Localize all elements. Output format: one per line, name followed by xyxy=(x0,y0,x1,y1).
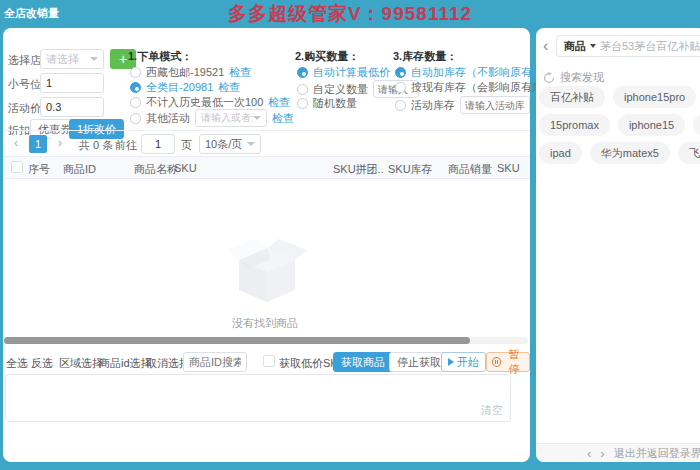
browser-panel: ‹ 商品 茅台53茅台百亿补贴 搜索发现 百亿补贴 iphone15pro 茅台… xyxy=(536,28,700,462)
divider xyxy=(3,130,530,131)
select-all-checkbox[interactable] xyxy=(11,161,23,173)
search-tag[interactable]: 百亿补贴 xyxy=(539,86,605,108)
buy-qty-option-3[interactable]: 随机数量 xyxy=(297,96,357,111)
check-link[interactable]: 检查 xyxy=(229,65,251,80)
search-discover-row: 搜索发现 xyxy=(543,70,604,85)
chevron-down-icon xyxy=(90,57,98,61)
select-placeholder: 请输入或者选择 xyxy=(201,111,253,125)
search-query[interactable]: 茅台53茅台百亿补贴 xyxy=(600,39,700,54)
log-area[interactable]: 清空 xyxy=(5,374,511,422)
pagination-page-unit: 页 xyxy=(181,138,192,153)
other-activity-select[interactable]: 请输入或者选择 xyxy=(195,109,267,127)
repricing-button[interactable]: 1折改价 xyxy=(69,119,124,139)
refresh-icon[interactable] xyxy=(543,72,555,84)
pause-icon xyxy=(492,357,501,367)
empty-box-icon xyxy=(225,226,309,310)
pause-button[interactable]: 暂停 xyxy=(486,352,530,372)
app-title: 全店改销量 xyxy=(4,6,59,21)
check-link[interactable]: 检查 xyxy=(272,111,294,126)
radio-selected-icon[interactable] xyxy=(395,67,406,78)
search-bar[interactable]: 商品 茅台53茅台百亿补贴 xyxy=(556,35,700,57)
column-header: 商品ID xyxy=(63,162,96,177)
chevron-down-icon xyxy=(253,116,261,120)
buy-qty-title: 2.购买数量： xyxy=(295,49,359,64)
column-header: 商品销量 xyxy=(448,162,492,177)
pagination-prev-button[interactable]: ‹ xyxy=(7,135,25,153)
exit-link[interactable]: 退出并返回登录界面 xyxy=(614,446,700,461)
discover-label: 搜索发现 xyxy=(560,70,604,85)
low-price-sku-checkbox[interactable] xyxy=(263,355,275,367)
check-link[interactable]: 检查 xyxy=(218,80,240,95)
horizontal-scrollbar-thumb[interactable] xyxy=(4,337,470,344)
search-tag[interactable]: 15promax xyxy=(539,114,610,136)
search-tag[interactable]: 华为matex5 xyxy=(590,142,670,164)
id-select-link[interactable]: 商品id选择 xyxy=(99,356,152,371)
position-input[interactable] xyxy=(40,73,104,93)
radio-icon[interactable] xyxy=(395,100,406,111)
pagination-goto-label: 前往 xyxy=(115,138,137,153)
column-header: 序号 xyxy=(28,162,50,177)
search-tag[interactable]: 飞天茅台 xyxy=(678,142,700,164)
radio-selected-icon[interactable] xyxy=(297,67,308,78)
chevron-down-icon xyxy=(590,44,596,48)
option-label: 西藏包邮-19521 xyxy=(146,65,224,80)
order-mode-option-3[interactable]: 不计入历史最低一次100 检查 xyxy=(130,95,290,110)
fetch-products-button[interactable]: 获取商品 xyxy=(333,352,393,372)
invert-select-link[interactable]: 反选 xyxy=(31,356,53,371)
nav-forward-icon[interactable]: › xyxy=(600,446,604,461)
column-header: SKU xyxy=(497,162,520,174)
radio-icon[interactable] xyxy=(297,84,308,95)
table-header: 序号 商品ID 商品名称 SKU SKU拼团.. SKU库存 商品销量 SKU xyxy=(3,156,530,179)
price-input[interactable] xyxy=(40,97,104,117)
radio-icon[interactable] xyxy=(395,82,406,93)
empty-text: 没有找到商品 xyxy=(185,316,345,331)
column-header: SKU xyxy=(174,162,197,174)
column-header: 商品名称 xyxy=(134,162,178,177)
order-mode-option-4[interactable]: 其他活动 请输入或者选择 检查 xyxy=(130,109,294,127)
option-label: 自定义数量 xyxy=(313,82,368,97)
option-label: 全类目-20981 xyxy=(146,80,213,95)
activity-stock-input[interactable] xyxy=(460,96,530,114)
search-tag[interactable]: iphone15 xyxy=(618,114,685,136)
search-tag[interactable]: 空调 xyxy=(693,114,700,136)
radio-selected-icon[interactable] xyxy=(130,82,141,93)
buy-qty-option-1[interactable]: 自动计算最低价 xyxy=(297,65,390,80)
start-label: 开始 xyxy=(457,355,479,370)
play-icon xyxy=(448,358,454,366)
clear-log-link[interactable]: 清空 xyxy=(481,403,503,418)
horizontal-scrollbar-track[interactable] xyxy=(4,337,528,344)
page-size-select[interactable]: 10条/页 xyxy=(199,134,261,154)
search-tag[interactable]: ipad xyxy=(539,142,582,164)
region-select-link[interactable]: 区域选择 xyxy=(59,356,103,371)
shop-select[interactable]: 请选择 xyxy=(40,49,104,69)
radio-icon[interactable] xyxy=(297,98,308,109)
pagination-goto-input[interactable] xyxy=(141,134,175,154)
pagination-page-1[interactable]: 1 xyxy=(29,135,47,153)
radio-icon[interactable] xyxy=(130,97,141,108)
check-link[interactable]: 检查 xyxy=(268,95,290,110)
browser-footer: ‹ › 退出并返回登录界面 xyxy=(536,443,700,462)
column-header: SKU库存 xyxy=(388,162,433,177)
start-button[interactable]: 开始 xyxy=(441,352,486,372)
order-mode-title: 1.下单模式： xyxy=(128,49,192,64)
select-all-link[interactable]: 全选 xyxy=(6,356,28,371)
radio-icon[interactable] xyxy=(130,113,141,124)
order-mode-option-2[interactable]: 全类目-20981 检查 xyxy=(130,80,240,95)
stock-qty-title: 3.库存数量： xyxy=(393,49,457,64)
banner-text: 多多超级管家V：99581112 xyxy=(200,1,500,27)
stock-qty-option-3[interactable]: 活动库存 xyxy=(395,96,530,114)
option-label: 其他活动 xyxy=(146,111,190,126)
back-button[interactable]: ‹ xyxy=(543,38,548,54)
order-mode-option-1[interactable]: 西藏包邮-19521 检查 xyxy=(130,65,251,80)
pause-label: 暂停 xyxy=(504,347,524,377)
search-category[interactable]: 商品 xyxy=(564,39,586,54)
pagination-next-button[interactable]: › xyxy=(51,135,69,153)
search-tag[interactable]: iphone15pro xyxy=(613,86,696,108)
nav-back-icon[interactable]: ‹ xyxy=(587,446,591,461)
main-panel: 选择店铺： 请选择 + 小号位置： 活动价格： 折扣： 优惠券 1折改价 1.下… xyxy=(3,28,530,462)
shop-select-placeholder: 请选择 xyxy=(46,52,79,67)
radio-icon[interactable] xyxy=(130,67,141,78)
product-id-search-input[interactable] xyxy=(183,352,247,372)
option-label: 不计入历史最低一次100 xyxy=(146,95,263,110)
stop-fetch-button[interactable]: 停止获取 xyxy=(389,352,449,372)
